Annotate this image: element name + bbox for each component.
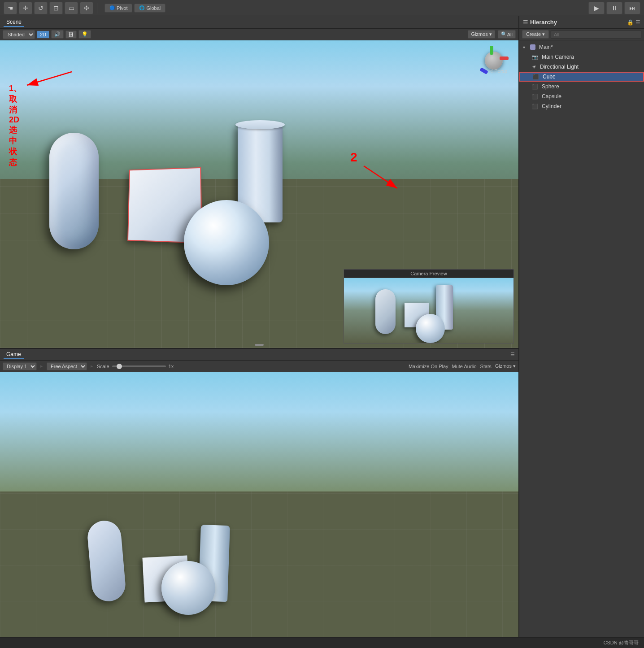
main-layout: Scene Shaded 2D 🔊 🖼 💡 Gizmos ▾ 🔍 All [0, 16, 644, 637]
camera-preview-title: Camera Preview [344, 270, 513, 278]
hierarchy-header: ☰ Hierarchy 🔒 ☰ [519, 16, 644, 29]
tree-item-capsule[interactable]: ⬛ Capsule [519, 91, 644, 101]
display-select[interactable]: Display 1 [3, 362, 37, 370]
camera-icon: 📷 [532, 54, 538, 60]
2d-btn[interactable]: 2D [37, 30, 49, 39]
scene-lighting-btn[interactable]: 💡 [78, 30, 91, 39]
sphere-icon: ⬛ [532, 84, 538, 90]
game-panel: Game ☰ Display 1 ▸ Free Aspect ▸ Scale 1… [0, 348, 518, 637]
audio-btn[interactable]: 🔊 [51, 30, 64, 39]
left-panels: Scene Shaded 2D 🔊 🖼 💡 Gizmos ▾ 🔍 All [0, 16, 518, 637]
tree-dir-light-label: Directional Light [540, 64, 579, 70]
create-btn[interactable]: Create ▾ [522, 30, 549, 39]
scene-gizmo[interactable]: ◁ Persp [478, 45, 509, 76]
gizmos-btn[interactable]: Gizmos ▾ [468, 30, 495, 39]
game-tab[interactable]: Game [4, 350, 24, 359]
hand-tool-btn[interactable]: ☚ [4, 2, 17, 14]
cube-icon: ⬛ [533, 74, 539, 80]
tree-cube-label: Cube [543, 74, 556, 80]
scene-scrollbar[interactable] [255, 344, 264, 346]
scale-label: Scale [97, 364, 109, 369]
toolbar-sep-1 [97, 3, 97, 13]
pause-btn[interactable]: ⏸ [606, 2, 622, 14]
scene-toolbar-right: Gizmos ▾ 🔍 All [468, 30, 516, 39]
annotation-1-text: 1、取消2D选中状态 [9, 83, 22, 168]
tree-item-sphere[interactable]: ⬛ Sphere [519, 82, 644, 91]
play-controls: ▶ ⏸ ⏭ [588, 2, 640, 14]
tree-capsule-label: Capsule [542, 93, 561, 100]
scene-panel: Scene Shaded 2D 🔊 🖼 💡 Gizmos ▾ 🔍 All [0, 16, 518, 348]
scale-slider-thumb [117, 364, 122, 369]
tree-item-maincamera[interactable]: 📷 Main Camera [519, 52, 644, 62]
tree-item-cylinder[interactable]: ⬛ Cylinder [519, 101, 644, 111]
global-label: Global [146, 5, 161, 11]
cylinder-icon: ⬛ [532, 104, 538, 109]
create-label: Create ▾ [526, 31, 545, 37]
gizmo-x-axis [500, 57, 509, 60]
play-btn[interactable]: ▶ [588, 2, 605, 14]
scene-toolbar: Shaded 2D 🔊 🖼 💡 Gizmos ▾ 🔍 All [0, 29, 518, 40]
game-sphere-object [161, 561, 215, 615]
search-all-btn[interactable]: 🔍 All [498, 30, 516, 39]
pivot-label: Pivot [117, 5, 127, 11]
gizmo-z-axis [479, 67, 488, 74]
step-btn[interactable]: ⏭ [624, 2, 640, 14]
transform-tool-btn[interactable]: ✣ [80, 2, 93, 14]
game-header-menu[interactable]: ☰ [510, 352, 515, 357]
global-btn[interactable]: 🌐 Global [134, 4, 165, 13]
shade-dropdown[interactable]: Shaded [3, 30, 35, 39]
maximize-on-play-btn[interactable]: Maximize On Play [409, 364, 448, 369]
hierarchy-menu-icon[interactable]: ☰ [635, 19, 640, 26]
scene-sphere-object [184, 200, 269, 285]
status-bar: CSDN @青哥哥 [0, 637, 644, 648]
light-icon: ☀ [532, 64, 536, 70]
move-tool-btn[interactable]: ✛ [19, 2, 32, 14]
tree-expand-arrow: ▾ [523, 45, 528, 50]
persp-label: ◁ Persp [489, 68, 507, 74]
scene-viewport[interactable]: 1、取消2D选中状态 2 [0, 40, 518, 348]
scene-icon [530, 44, 535, 50]
hierarchy-icon: ☰ [523, 19, 528, 26]
scene-tab[interactable]: Scene [4, 18, 24, 27]
scale-tool-btn[interactable]: ⊡ [49, 2, 63, 14]
scene-capsule-object [49, 133, 99, 249]
gizmo-ball [485, 52, 503, 70]
hierarchy-search[interactable] [551, 30, 641, 39]
tree-cylinder-label: Cylinder [542, 103, 561, 109]
camera-preview-panel: Camera Preview [344, 269, 514, 344]
search-icon: 🔍 [501, 31, 507, 37]
hierarchy-tree: ▾ Main* 📷 Main Camera ☀ Directional Ligh… [519, 40, 644, 637]
lock-icon[interactable]: 🔒 [627, 19, 634, 26]
stats-btn[interactable]: Stats [480, 364, 492, 369]
scale-slider[interactable] [112, 365, 166, 367]
capsule-icon: ⬛ [532, 94, 538, 100]
gizmo-y-axis [490, 46, 493, 55]
hierarchy-panel: ☰ Hierarchy 🔒 ☰ Create ▾ ▾ Main* 📷 [518, 16, 644, 637]
pivot-btn[interactable]: 🔵 Pivot [104, 4, 132, 13]
cam-prev-sphere [416, 314, 445, 343]
tree-item-cube[interactable]: ⬛ Cube [519, 72, 644, 82]
fx-btn[interactable]: 🖼 [65, 30, 77, 39]
hierarchy-title: Hierarchy [530, 19, 557, 26]
tree-main-camera-label: Main Camera [542, 54, 574, 60]
rotate-tool-btn[interactable]: ↺ [34, 2, 48, 14]
pivot-global-group: 🔵 Pivot 🌐 Global [104, 4, 165, 13]
tree-item-directionallight[interactable]: ☀ Directional Light [519, 62, 644, 72]
mute-audio-btn[interactable]: Mute Audio [452, 364, 477, 369]
tree-sphere-label: Sphere [542, 83, 559, 90]
rect-tool-btn[interactable]: ▭ [65, 2, 78, 14]
scene-header: Scene [0, 16, 518, 29]
game-capsule-object [86, 519, 126, 603]
aspect-select[interactable]: Free Aspect [47, 362, 87, 370]
camera-preview-viewport [344, 278, 513, 343]
game-toolbar: Display 1 ▸ Free Aspect ▸ Scale 1x Maxim… [0, 361, 518, 372]
scene-objects [22, 124, 483, 294]
gizmos-game-btn[interactable]: Gizmos ▾ [495, 363, 516, 369]
annotation-arrow-svg [9, 61, 99, 96]
status-text: CSDN @青哥哥 [604, 639, 639, 646]
svg-line-1 [27, 72, 72, 85]
tree-item-main[interactable]: ▾ Main* [519, 42, 644, 52]
tree-main-label: Main* [539, 44, 553, 50]
game-viewport[interactable] [0, 372, 518, 637]
game-header: Game ☰ [0, 348, 518, 361]
